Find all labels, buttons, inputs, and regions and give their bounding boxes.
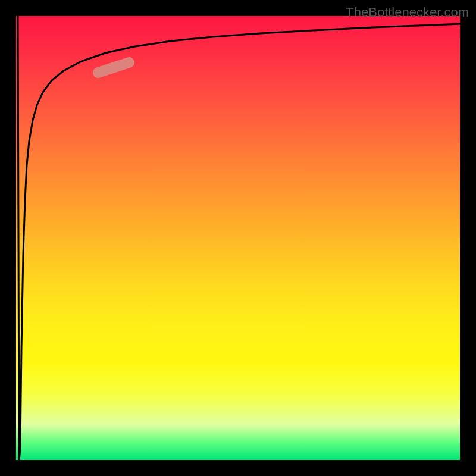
- chart-gradient-background: [16, 16, 460, 460]
- watermark-text: TheBottlenecker.com: [346, 5, 469, 20]
